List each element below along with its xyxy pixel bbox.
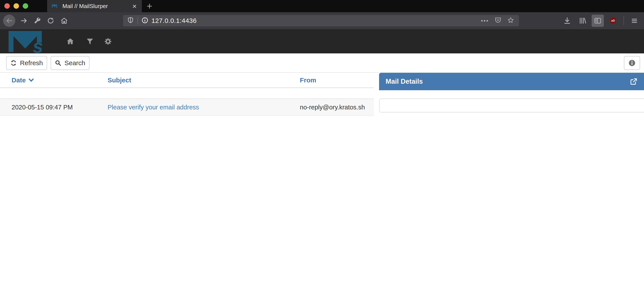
urlbar-divider — [138, 17, 138, 24]
zoom-window-button[interactable] — [23, 3, 28, 9]
app-settings-button[interactable] — [104, 37, 112, 45]
tab-title: Mail // MailSlurper — [62, 3, 132, 9]
sidebar-toggle-button[interactable] — [592, 14, 604, 27]
app-home-icon — [66, 37, 74, 45]
url-bar[interactable]: 127.0.0.1:4436 ••• — [123, 15, 519, 26]
wrench-button[interactable] — [32, 15, 43, 26]
column-header-subject[interactable]: Subject — [96, 76, 288, 84]
mail-row-from: no-reply@ory.kratos.sh — [288, 104, 374, 111]
home-button[interactable] — [58, 15, 70, 26]
minimize-window-button[interactable] — [14, 3, 19, 9]
forward-button[interactable] — [18, 15, 30, 26]
sort-chevron-down-icon — [28, 78, 34, 83]
browser-tab[interactable]: s Mail // MailSlurper × — [47, 0, 142, 12]
back-button[interactable] — [3, 14, 15, 27]
tracking-protection-shield-icon[interactable] — [127, 17, 134, 25]
search-icon — [55, 60, 61, 66]
menu-button[interactable] — [628, 14, 640, 27]
mail-list-spacer-row — [0, 88, 374, 98]
external-link-icon — [630, 78, 638, 85]
toolbar-separator — [624, 16, 624, 25]
close-window-button[interactable] — [4, 3, 10, 9]
app-home-button[interactable] — [66, 37, 74, 45]
mail-row-subject-link[interactable]: Please verify your email address — [108, 104, 199, 111]
mail-list: Date Subject From 2020-05-15 09:47 PM Pl… — [0, 73, 374, 116]
mail-details-panel: Mail Details — [379, 73, 644, 112]
refresh-icon — [10, 60, 17, 66]
wrench-icon — [33, 17, 41, 25]
reload-icon — [47, 17, 54, 25]
mailslurper-header: s — [0, 29, 644, 53]
svg-text:s: s — [33, 36, 43, 53]
forward-arrow-icon — [20, 17, 28, 25]
bookmark-star-icon[interactable] — [507, 17, 514, 25]
app-filter-button[interactable] — [86, 37, 94, 45]
home-icon — [60, 17, 68, 25]
library-button[interactable] — [576, 14, 588, 27]
svg-text:uO: uO — [611, 19, 615, 22]
download-icon — [563, 17, 571, 25]
mail-details-title: Mail Details — [386, 78, 423, 85]
downloads-button[interactable] — [561, 14, 573, 27]
refresh-button[interactable]: Refresh — [6, 56, 47, 70]
search-button[interactable]: Search — [51, 56, 90, 70]
main-content: Date Subject From 2020-05-15 09:47 PM Pl… — [0, 73, 644, 289]
pocket-icon[interactable] — [494, 17, 502, 25]
site-info-icon[interactable] — [142, 17, 148, 25]
browser-nav-toolbar: 127.0.0.1:4436 ••• uO — [0, 12, 644, 29]
info-button[interactable] — [624, 56, 640, 70]
action-bar: Refresh Search — [0, 53, 644, 73]
ublock-origin-button[interactable]: uO — [607, 14, 619, 27]
mail-row[interactable]: 2020-05-15 09:47 PM Please verify your e… — [0, 98, 374, 116]
new-tab-button[interactable]: + — [145, 0, 154, 12]
library-icon — [578, 17, 586, 25]
reload-button[interactable] — [45, 15, 56, 26]
search-label: Search — [64, 59, 85, 67]
traffic-lights — [4, 3, 28, 9]
filter-icon — [86, 37, 94, 45]
mail-row-date: 2020-05-15 09:47 PM — [0, 104, 96, 111]
hamburger-icon — [630, 17, 638, 25]
back-arrow-icon — [5, 17, 13, 25]
browser-tab-bar: s Mail // MailSlurper × + — [0, 0, 644, 12]
column-header-from[interactable]: From — [288, 76, 374, 84]
info-icon — [628, 59, 636, 67]
sidebar-icon — [594, 17, 602, 25]
mailslurper-favicon: s — [52, 3, 59, 9]
mail-details-empty-box — [379, 98, 644, 112]
column-header-date[interactable]: Date — [0, 76, 96, 84]
svg-text:s: s — [56, 5, 57, 8]
mail-details-heading: Mail Details — [379, 73, 644, 90]
ublock-origin-icon: uO — [609, 17, 617, 25]
url-text[interactable]: 127.0.0.1:4436 — [152, 17, 197, 24]
mail-list-header: Date Subject From — [0, 73, 374, 88]
close-tab-icon[interactable]: × — [132, 2, 138, 10]
gear-icon — [104, 37, 112, 45]
refresh-label: Refresh — [20, 59, 43, 67]
open-in-new-window-button[interactable] — [630, 78, 638, 85]
page-actions-icon[interactable]: ••• — [481, 17, 489, 24]
mailslurper-logo: s — [5, 30, 55, 53]
screen: s Mail // MailSlurper × + — [0, 0, 644, 289]
